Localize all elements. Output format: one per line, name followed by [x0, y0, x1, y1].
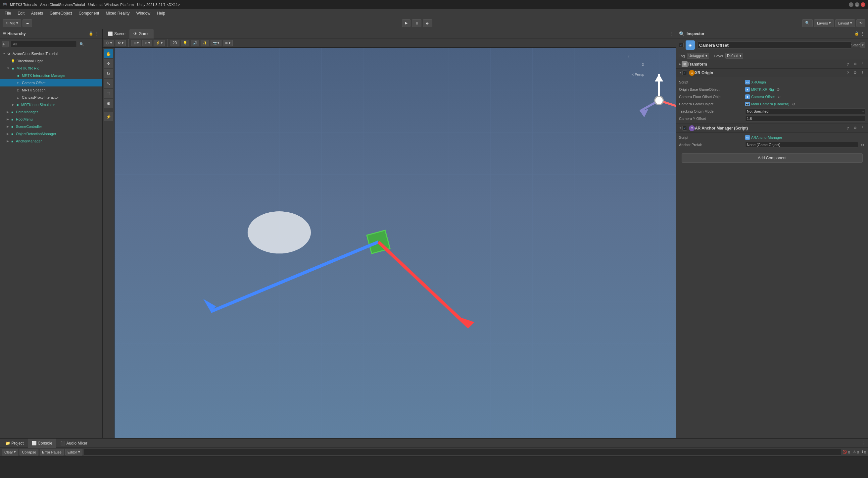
transform-tool[interactable]: ⚙ [104, 99, 113, 108]
close-btn[interactable]: ✕ [861, 2, 865, 7]
move-tool[interactable]: ✛ [104, 59, 113, 68]
ar-anchor-collapse-icon[interactable]: ▼ [679, 126, 682, 129]
search-btn-toolbar[interactable]: 🔍 [802, 19, 813, 27]
tab-console[interactable]: ⬜ Console [28, 439, 56, 448]
hierarchy-item-scene[interactable]: ▼ ⚙ AzureCloudServicesTutorial [0, 50, 102, 57]
gameobject-active-checkbox[interactable]: ✓ [679, 43, 684, 48]
fx-btn[interactable]: ✨ [200, 40, 209, 47]
anchor-prefab-input[interactable] [745, 142, 858, 148]
ar-anchor-more-btn[interactable]: ⋮ [859, 125, 865, 131]
2d-btn[interactable]: 2D [170, 40, 179, 47]
console-search-input[interactable] [84, 449, 841, 455]
data-manager-collapse-icon[interactable]: ▶ [7, 110, 9, 114]
maximize-btn[interactable]: □ [855, 2, 859, 7]
lighting-btn[interactable]: 💡 [181, 40, 189, 47]
hierarchy-item-directional-light[interactable]: 💡 Directional Light [0, 57, 102, 65]
hierarchy-item-anchor-manager[interactable]: ▶ ■ AnchorManager [0, 138, 102, 145]
shading-dropdown[interactable]: ⬡ ▾ [104, 40, 114, 47]
hierarchy-item-mrtk-speech[interactable]: □ MRTK Speech [0, 86, 102, 94]
clear-btn[interactable]: Clear ▾ [2, 449, 18, 455]
menu-gameobject[interactable]: GameObject [46, 10, 75, 16]
script-link[interactable]: cs XROrigin [745, 80, 766, 85]
add-component-btn[interactable]: Add Component [682, 153, 863, 162]
camera-go-link[interactable]: 📷 Main Camera (Camera) [745, 102, 789, 106]
hierarchy-item-object-detection[interactable]: ▶ ■ ObjectDetectionManager [0, 130, 102, 138]
anchor-prefab-target-btn[interactable]: ⊙ [859, 142, 865, 148]
xr-origin-more-btn[interactable]: ⋮ [859, 70, 865, 76]
hierarchy-more-btn[interactable]: ⋮ [94, 31, 100, 36]
tag-dropdown[interactable]: Untagged ▾ [687, 53, 709, 59]
minimize-btn[interactable]: ─ [849, 2, 854, 7]
menu-help[interactable]: Help [154, 10, 168, 16]
transform-collapse-icon[interactable]: ▶ [679, 63, 681, 66]
origin-base-link[interactable]: ■ MRTK XR Rig [745, 87, 774, 92]
xr-origin-help-btn[interactable]: ? [845, 70, 851, 76]
hierarchy-item-scene-controller[interactable]: ▶ ■ SceneController [0, 123, 102, 130]
hierarchy-search-input[interactable] [10, 41, 77, 48]
camera-btn[interactable]: 📷 ▾ [211, 40, 222, 47]
root-menu-collapse-icon[interactable]: ▶ [7, 118, 9, 121]
window-controls[interactable]: ─ □ ✕ [849, 2, 865, 7]
play-btn[interactable]: ▶ [402, 19, 410, 27]
rotate-tool[interactable]: ↻ [104, 69, 113, 78]
pivot-dropdown[interactable]: ⊙ ▾ [142, 40, 152, 47]
origin-base-target-btn[interactable]: ⊙ [775, 86, 781, 92]
hierarchy-item-camera-offset[interactable]: □ Camera Offset [0, 79, 102, 86]
transform-tools-dropdown[interactable]: ⊞ ▾ [131, 40, 142, 47]
collapse-icon[interactable]: ▼ [3, 52, 6, 55]
editor-dropdown[interactable]: Editor ▾ [65, 449, 83, 455]
audio-btn[interactable]: 🔊 [191, 40, 199, 47]
gameobject-name-input[interactable] [698, 41, 851, 49]
gizmos-dropdown[interactable]: ⚙ ▾ [116, 40, 126, 47]
mrtk-xr-rig-collapse-icon[interactable]: ▼ [7, 67, 9, 70]
scene-controller-collapse-icon[interactable]: ▶ [7, 125, 9, 128]
menu-mixed-reality[interactable]: Mixed Reality [102, 10, 133, 16]
scene-more-btn[interactable]: ⋮ [669, 31, 675, 36]
error-pause-btn[interactable]: Error Pause [40, 449, 64, 455]
hierarchy-item-mrtk-xr-rig[interactable]: ▼ ■ MRTK XR Rig [0, 65, 102, 72]
ar-anchor-enabled-checkbox[interactable]: ✓ [682, 126, 687, 130]
transform-more-btn[interactable]: ⋮ [859, 61, 865, 67]
account-btn[interactable]: ⊙ MK ▾ [3, 19, 21, 27]
camera-y-offset-input[interactable] [745, 116, 865, 122]
xr-origin-collapse-icon[interactable]: ▼ [679, 71, 682, 74]
custom-tool[interactable]: ⚡ [104, 112, 113, 121]
layer-dropdown[interactable]: Default ▾ [725, 53, 743, 59]
hierarchy-item-canvas-proxy[interactable]: □ CanvasProxyInteractor [0, 94, 102, 101]
menu-component[interactable]: Component [75, 10, 102, 16]
transform-header[interactable]: ▶ ⊞ Transform ? ⚙ ⋮ [676, 60, 868, 68]
anchor-manager-collapse-icon[interactable]: ▶ [7, 140, 9, 143]
collapse-btn[interactable]: Collapse [20, 449, 38, 455]
pause-btn[interactable]: ⏸ [412, 19, 422, 27]
hand-tool[interactable]: ✋ [104, 49, 113, 58]
hierarchy-add-btn[interactable]: + [2, 41, 9, 48]
camera-floor-link[interactable]: ■ Camera Offset [745, 94, 775, 99]
bottom-more-btn[interactable]: ⋮ [861, 441, 867, 446]
tab-audio-mixer[interactable]: ⬛ Audio Mixer [56, 439, 91, 448]
menu-window[interactable]: Window [133, 10, 154, 16]
xr-origin-header[interactable]: ▼ ✓ ⊙ XR Origin ? ⚙ ⋮ [676, 68, 868, 77]
hierarchy-lock-btn[interactable]: 🔓 [88, 31, 94, 36]
history-btn[interactable]: ⟲ [857, 19, 865, 27]
tab-game[interactable]: 👁 Game [129, 29, 154, 38]
tab-project[interactable]: 📁 Project [1, 439, 28, 448]
hierarchy-item-root-menu[interactable]: ▶ ■ RootMenu [0, 116, 102, 123]
layout-dropdown[interactable]: Layout ▾ [835, 19, 855, 27]
object-detection-collapse-icon[interactable]: ▶ [7, 132, 9, 136]
transform-settings-btn[interactable]: ⚙ [852, 61, 858, 67]
xr-origin-enabled-checkbox[interactable]: ✓ [682, 70, 687, 75]
step-btn[interactable]: ⏭ [423, 19, 432, 27]
ar-anchor-settings-btn[interactable]: ⚙ [852, 125, 858, 131]
hierarchy-item-data-manager[interactable]: ▶ ■ DataManager [0, 108, 102, 116]
scale-tool[interactable]: ⤡ [104, 79, 113, 88]
tab-scene[interactable]: ⬜ Scene [104, 29, 129, 38]
inspector-more-btn[interactable]: ⋮ [860, 31, 865, 36]
layers-dropdown[interactable]: Layers ▾ [814, 19, 834, 27]
menu-assets[interactable]: Assets [28, 10, 46, 16]
hierarchy-item-mrtk-interaction[interactable]: ■ MRTK Interaction Manager [0, 72, 102, 79]
hierarchy-item-mrtk-input-sim[interactable]: ▶ ■ MRTKInputSimulator [0, 101, 102, 108]
camera-floor-target-btn[interactable]: ⊙ [776, 94, 782, 100]
xr-origin-settings-btn[interactable]: ⚙ [852, 70, 858, 76]
cloud-btn[interactable]: ☁ [23, 19, 32, 27]
scene-viewport[interactable]: Z X < Persp [115, 48, 676, 438]
